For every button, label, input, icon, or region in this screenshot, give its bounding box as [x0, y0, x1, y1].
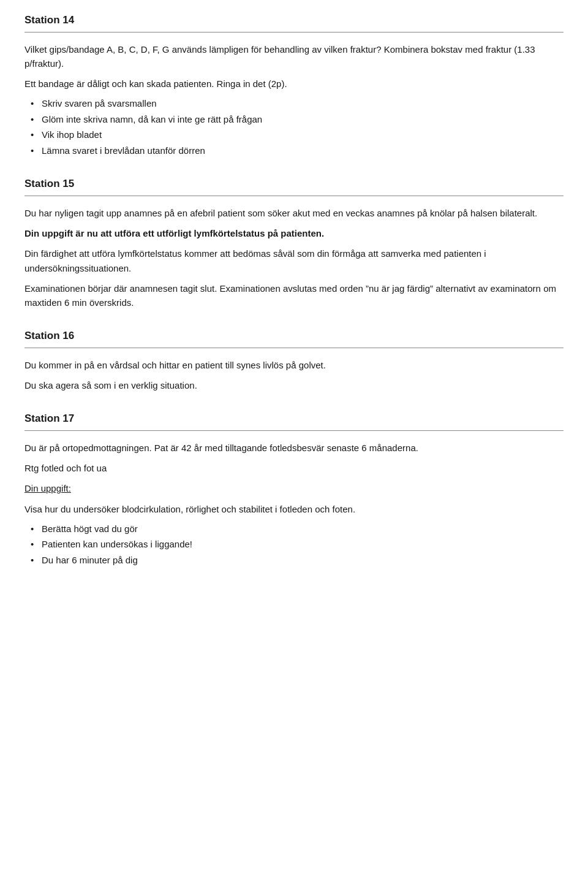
list-item: Glöm inte skriva namn, då kan vi inte ge… — [31, 113, 564, 127]
station-14-heading: Station 14 — [24, 12, 564, 28]
station-17-para1: Du är på ortopedmottagningen. Pat är 42 … — [24, 441, 564, 455]
station-14-para2: Ett bandage är dåligt och kan skada pati… — [24, 77, 564, 91]
station-17-task-label-text: Din uppgift: — [24, 483, 71, 493]
list-item: Patienten kan undersökas i liggande! — [31, 538, 564, 552]
list-item: Lämna svaret i brevlådan utanför dörren — [31, 144, 564, 158]
station-16-block: Station 16 Du kommer in på en vårdsal oc… — [24, 328, 564, 392]
station-15-para2-bold: Din uppgift är nu att utföra ett utförli… — [24, 226, 564, 240]
station-15-divider — [24, 196, 564, 196]
station-15-block: Station 15 Du har nyligen tagit upp anam… — [24, 176, 564, 310]
station-15-para4: Examinationen börjar där anamnesen tagit… — [24, 281, 564, 310]
list-item: Du har 6 minuter på dig — [31, 554, 564, 568]
station-14-divider — [24, 32, 564, 32]
station-14-bullets: Skriv svaren på svarsmallen Glöm inte sk… — [24, 97, 564, 158]
station-17-heading: Station 17 — [24, 411, 564, 427]
station-17-bullets: Berätta högt vad du gör Patienten kan un… — [24, 522, 564, 568]
list-item: Skriv svaren på svarsmallen — [31, 97, 564, 111]
station-16-para1: Du kommer in på en vårdsal och hittar en… — [24, 358, 564, 372]
station-15-para1: Du har nyligen tagit upp anamnes på en a… — [24, 206, 564, 220]
station-17-divider — [24, 430, 564, 431]
list-item: Berätta högt vad du gör — [31, 522, 564, 536]
station-15-para3: Din färdighet att utföra lymfkörtelstatu… — [24, 246, 564, 275]
station-17-task-label: Din uppgift: — [24, 481, 564, 495]
station-15-heading: Station 15 — [24, 176, 564, 192]
station-17-para2: Rtg fotled och fot ua — [24, 461, 564, 475]
station-16-para2: Du ska agera så som i en verklig situati… — [24, 378, 564, 392]
station-16-divider — [24, 348, 564, 348]
station-14-block: Station 14 Vilket gips/bandage A, B, C, … — [24, 12, 564, 158]
station-17-block: Station 17 Du är på ortopedmottagningen.… — [24, 411, 564, 567]
station-14-para1: Vilket gips/bandage A, B, C, D, F, G anv… — [24, 42, 564, 71]
list-item: Vik ihop bladet — [31, 128, 564, 142]
station-17-task-text: Visa hur du undersöker blodcirkulation, … — [24, 502, 564, 516]
station-16-heading: Station 16 — [24, 328, 564, 344]
